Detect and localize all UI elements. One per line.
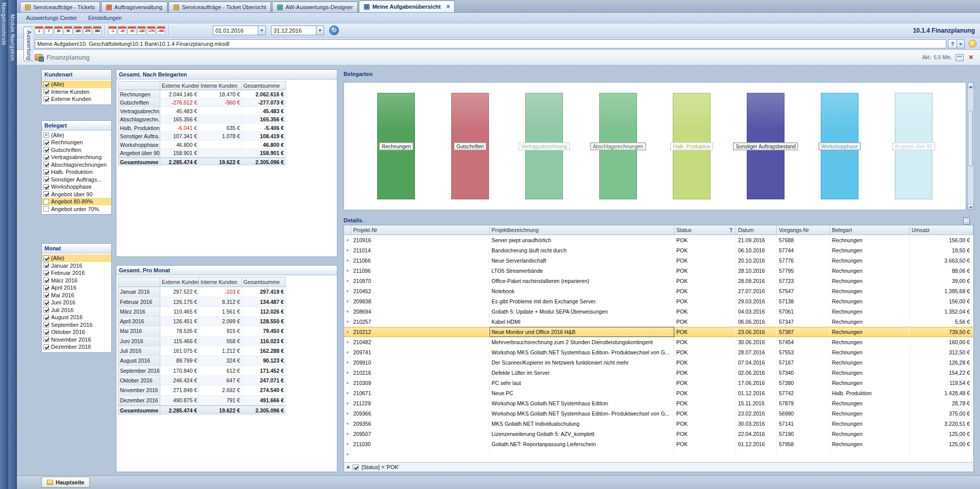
refresh-icon[interactable]: ↻ bbox=[329, 25, 339, 35]
chart-scrollbar[interactable] bbox=[967, 82, 974, 210]
filter-item-märz-2016[interactable]: März 2016 bbox=[42, 277, 111, 285]
checkbox-checked-icon[interactable] bbox=[43, 300, 49, 305]
chart-bar-rechnungen[interactable]: Rechnungen bbox=[377, 93, 415, 199]
chart-bar-abschlagsrechnungen[interactable]: Abschlagsrechnungen bbox=[599, 93, 637, 199]
navigationsleiste-strip[interactable]: Navigationsleiste bbox=[0, 0, 8, 489]
details-column-projekt-nr[interactable]: Projekt-Nr bbox=[351, 225, 489, 235]
date-to-combo[interactable]: 31.12.2016 bbox=[271, 25, 324, 35]
document-tab-serviceaufträge-tickets[interactable]: Serviceaufträge - Tickets bbox=[20, 2, 100, 12]
details-column-vorgangs-nr[interactable]: Vorgangs-Nr bbox=[777, 225, 830, 235]
column-header-externe-kunden[interactable]: Externe Kunden bbox=[160, 277, 199, 287]
details-row-210309[interactable]: 210309PC sehr lautPOK17.06.201657380Rech… bbox=[344, 378, 973, 388]
feedback-smiley-icon[interactable] bbox=[969, 40, 976, 47]
filter-item-juli-2016[interactable]: Juli 2016 bbox=[42, 306, 111, 314]
checkbox-checked-icon[interactable] bbox=[43, 96, 49, 102]
filter-item-rechnungen[interactable]: Rechnungen bbox=[42, 139, 111, 146]
column-header-interne-kunden[interactable]: Interne Kunden bbox=[199, 82, 242, 90]
chart-bar-sonstiger-auftragsbestand[interactable]: Sonstiger Auftragsbestand bbox=[747, 93, 785, 199]
details-row-209507[interactable]: 209507Lizenzerweiterung Goliath 5: AZV_k… bbox=[344, 429, 973, 439]
close-tab-icon[interactable]: × bbox=[446, 4, 450, 9]
menu-einstellungen[interactable]: Einstellungen bbox=[83, 14, 127, 22]
filter-funnel-icon[interactable] bbox=[729, 228, 733, 233]
tab-auswertung[interactable]: Auswertung bbox=[23, 27, 33, 61]
filter-item-workshopphase[interactable]: Workshopphase bbox=[42, 183, 111, 191]
checkbox-checked-icon[interactable] bbox=[43, 277, 49, 283]
checkbox-partial-icon[interactable] bbox=[43, 132, 49, 138]
chevron-down-icon[interactable] bbox=[957, 39, 965, 48]
range-button-180[interactable]: 180 bbox=[74, 26, 82, 35]
document-tab-meine-aufgabenübersicht[interactable]: Meine Aufgabenübersicht× bbox=[359, 1, 455, 12]
filter-enabled-checkbox[interactable] bbox=[353, 465, 358, 470]
filter-item-angebot-über-90[interactable]: Angebot über 90 bbox=[42, 191, 111, 198]
checkbox-checked-icon[interactable] bbox=[43, 140, 49, 145]
filter-item-august-2016[interactable]: August 2016 bbox=[42, 314, 111, 321]
filter-item-oktober-2016[interactable]: Oktober 2016 bbox=[42, 328, 111, 336]
chart-bar-workshopphase[interactable]: Workshopphase bbox=[821, 93, 859, 199]
checkbox-checked-icon[interactable] bbox=[43, 147, 49, 152]
details-row-211229[interactable]: 211229Workshop MKS Goliath.NET Systemhau… bbox=[344, 398, 973, 408]
details-row-210916[interactable]: 210916Server piept unaufhörlichPOK21.09.… bbox=[344, 235, 973, 245]
checkbox-checked-icon[interactable] bbox=[43, 344, 49, 350]
details-row-210671[interactable]: 210671Neue PCPOK01.12.201657742Halb. Pro… bbox=[344, 388, 973, 398]
details-row-209910[interactable]: 209910Der Scanner/Kopierer im Netzwerk f… bbox=[344, 357, 973, 368]
details-column-datum[interactable]: Datum bbox=[736, 225, 777, 235]
filter-item-september-2016[interactable]: September 2016 bbox=[42, 321, 111, 329]
filter-item-dezember-2016[interactable]: Dezember 2016 bbox=[42, 343, 111, 351]
maximize-grid-icon[interactable] bbox=[963, 218, 970, 224]
checkbox-checked-icon[interactable] bbox=[43, 285, 49, 291]
date-from-combo[interactable]: 01.01.2016 bbox=[213, 25, 266, 35]
checkbox-checked-icon[interactable] bbox=[43, 337, 49, 342]
details-row-211096[interactable]: 211096LTO5 StreamerbändePOK28.10.2016577… bbox=[344, 266, 973, 276]
filter-item-sonstiger-auftrags[interactable]: Sonstiger Auftrags... bbox=[42, 176, 111, 184]
checkbox-checked-icon[interactable] bbox=[43, 82, 49, 87]
filter-item-april-2016[interactable]: April 2016 bbox=[42, 284, 111, 292]
filter-item-mai-2016[interactable]: Mai 2016 bbox=[42, 292, 111, 299]
details-row-210257[interactable]: 210257Kabel HDMIPOK06.06.201657347Rechnu… bbox=[344, 317, 973, 327]
checkbox-checked-icon[interactable] bbox=[43, 162, 49, 167]
document-tab-aw-auswertungs-designer[interactable]: AW-Auswertungs-Designer bbox=[272, 2, 358, 12]
details-row-blank[interactable] bbox=[344, 449, 973, 459]
filter-item-externe-kunden[interactable]: Externe Kunden bbox=[42, 95, 111, 103]
filter-item-interne-kunden[interactable]: Interne Kunden bbox=[42, 88, 111, 96]
range-button-minus-180[interactable]: -180 bbox=[137, 26, 146, 35]
report-path-input[interactable] bbox=[35, 39, 946, 48]
details-column-projektbezeichnung[interactable]: Projektbezeichnung bbox=[489, 225, 674, 235]
chevron-down-icon[interactable] bbox=[258, 26, 265, 35]
filter-item-halb-produktion[interactable]: Halb. Produktion bbox=[42, 168, 111, 176]
details-row-211014[interactable]: 211014Bandsicherung läuft nicht durchPOK… bbox=[344, 245, 973, 255]
chart-bar-vertragsabrechnung[interactable]: Vertragsabrechnung bbox=[525, 93, 563, 199]
checkbox-unchecked-icon[interactable] bbox=[43, 199, 49, 204]
checkbox-checked-icon[interactable] bbox=[43, 155, 49, 160]
filter-item-abschlagsrechnungen[interactable]: Abschlagsrechnungen bbox=[42, 161, 111, 169]
filter-item-alle[interactable]: (Alle) bbox=[42, 254, 111, 262]
range-button-270[interactable]: 270 bbox=[83, 26, 92, 35]
details-row-211066[interactable]: 211066Neue ServerlandschaftPOK20.10.2016… bbox=[344, 255, 973, 266]
tab-hauptseite[interactable]: Hauptseite bbox=[41, 477, 90, 487]
module-navigation-strip[interactable]: Module Navigation bbox=[8, 0, 17, 489]
clear-filter-icon[interactable]: × bbox=[347, 465, 350, 470]
checkbox-unchecked-icon[interactable] bbox=[43, 206, 49, 212]
range-button-30[interactable]: 30 bbox=[54, 26, 63, 35]
details-row-210216[interactable]: 210216Defekte Lüfter im ServerPOK02.06.2… bbox=[344, 368, 973, 378]
details-row-210482[interactable]: 210482Mehrverbrauchsrechnung zum 2 Stund… bbox=[344, 337, 973, 347]
checkbox-checked-icon[interactable] bbox=[43, 270, 49, 276]
checkbox-checked-icon[interactable] bbox=[43, 322, 49, 327]
checkbox-checked-icon[interactable] bbox=[43, 169, 49, 175]
close-report-icon[interactable]: × bbox=[967, 54, 975, 61]
filter-item-februar-2016[interactable]: Februar 2016 bbox=[42, 269, 111, 277]
details-row-209366[interactable]: 209366Workshop MKS Goliath.NET Systemhau… bbox=[344, 408, 973, 419]
scrollbar-thumb[interactable] bbox=[968, 111, 973, 167]
scroll-down-arrow-icon[interactable] bbox=[968, 204, 973, 210]
details-row-211030[interactable]: 211030Goliath.NET: Reportanpassung Liefe… bbox=[344, 439, 973, 449]
checkbox-checked-icon[interactable] bbox=[43, 263, 49, 268]
column-header-gesamtsumme[interactable]: Gesamtsumme bbox=[242, 82, 286, 90]
filter-item-november-2016[interactable]: November 2016 bbox=[42, 336, 111, 344]
range-button-minus-30[interactable]: -30 bbox=[118, 26, 127, 35]
checkbox-checked-icon[interactable] bbox=[43, 315, 49, 320]
column-header-externe-kunden[interactable]: Externe Kunden bbox=[160, 82, 199, 90]
filter-item-alle[interactable]: (Alle) bbox=[42, 81, 111, 88]
filter-item-vertragsabrechnung[interactable]: Vertragsabrechnung bbox=[42, 153, 111, 161]
range-button-1[interactable]: 1 bbox=[35, 26, 43, 35]
checkbox-checked-icon[interactable] bbox=[43, 191, 49, 197]
checkbox-checked-icon[interactable] bbox=[43, 329, 49, 335]
